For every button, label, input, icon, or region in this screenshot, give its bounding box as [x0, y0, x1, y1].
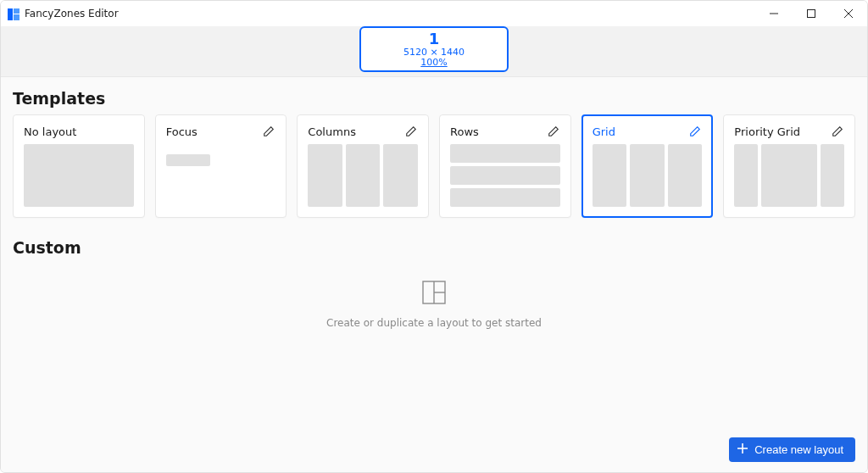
template-title: No layout	[24, 125, 76, 138]
edit-icon[interactable]	[831, 125, 844, 138]
template-priority-grid[interactable]: Priority Grid	[723, 114, 855, 218]
template-no-layout[interactable]: No layout	[13, 114, 145, 218]
create-new-layout-button[interactable]: Create new layout	[729, 437, 855, 462]
template-preview	[24, 144, 134, 207]
svg-rect-0	[8, 8, 13, 20]
zone	[450, 188, 560, 207]
svg-rect-1	[14, 8, 19, 14]
zone	[593, 144, 627, 207]
template-title: Columns	[308, 125, 356, 138]
create-new-layout-label: Create new layout	[754, 443, 843, 456]
monitor-strip: 1 5120 × 1440 100%	[1, 26, 867, 77]
monitor-scale: 100%	[420, 58, 447, 68]
zone	[166, 154, 210, 166]
minimize-button[interactable]	[755, 1, 793, 26]
svg-rect-2	[14, 14, 19, 20]
app-icon	[8, 8, 19, 19]
zone	[761, 144, 818, 207]
svg-rect-4	[808, 10, 815, 18]
edit-icon[interactable]	[688, 125, 702, 138]
zone	[383, 144, 418, 207]
zone	[821, 144, 844, 207]
templates-heading: Templates	[13, 89, 855, 108]
zone	[630, 144, 665, 207]
edit-icon[interactable]	[404, 125, 418, 138]
monitor-card[interactable]: 1 5120 × 1440 100%	[359, 26, 509, 72]
titlebar: FancyZones Editor	[1, 1, 867, 26]
zone	[346, 144, 381, 207]
custom-heading: Custom	[13, 238, 855, 257]
layout-placeholder-icon	[422, 281, 446, 307]
template-title: Priority Grid	[734, 125, 800, 138]
template-grid[interactable]: Grid	[581, 114, 714, 218]
template-title: Rows	[450, 125, 479, 138]
maximize-button[interactable]	[793, 1, 830, 26]
main-content: Templates No layout Focus	[1, 77, 867, 472]
edit-icon[interactable]	[547, 125, 560, 138]
plus-icon	[737, 443, 748, 456]
template-preview	[593, 144, 703, 207]
zone	[450, 144, 560, 163]
template-title: Focus	[166, 125, 198, 138]
template-preview	[166, 144, 276, 207]
template-preview	[734, 144, 844, 207]
template-columns[interactable]: Columns	[297, 114, 429, 218]
template-focus[interactable]: Focus	[155, 114, 287, 218]
custom-empty-message: Create or duplicate a layout to get star…	[326, 317, 542, 329]
template-title: Grid	[593, 125, 615, 138]
templates-grid: No layout Focus Columns	[13, 114, 855, 218]
window-controls	[755, 1, 867, 26]
template-preview	[308, 144, 418, 207]
zone	[734, 144, 758, 207]
template-preview	[450, 144, 560, 207]
zone	[308, 144, 342, 207]
template-rows[interactable]: Rows	[439, 114, 571, 218]
window-title: FancyZones Editor	[25, 8, 119, 19]
zone	[450, 166, 560, 185]
zone	[24, 144, 134, 207]
close-button[interactable]	[830, 1, 867, 26]
custom-empty-state: Create or duplicate a layout to get star…	[13, 281, 855, 329]
monitor-index: 1	[429, 31, 440, 47]
zone	[668, 144, 703, 207]
edit-icon[interactable]	[262, 125, 275, 138]
